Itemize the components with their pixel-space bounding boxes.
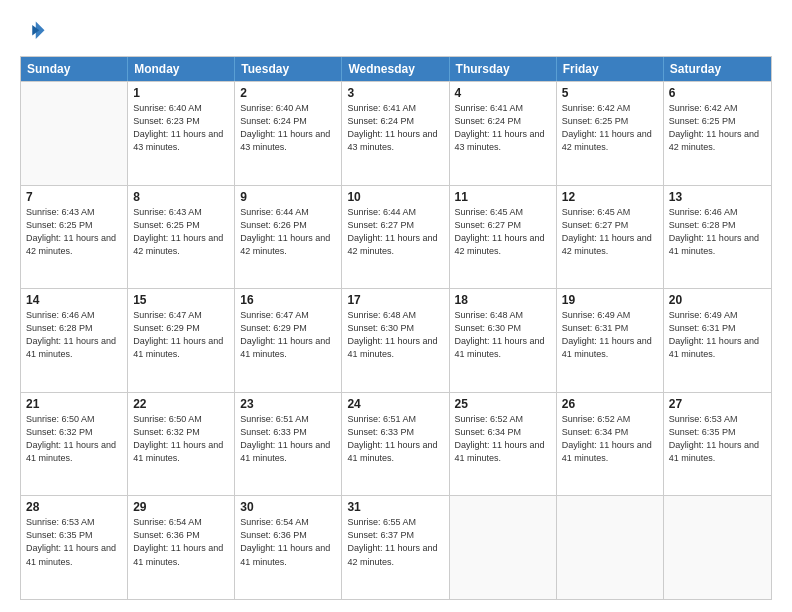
sun-info: Sunrise: 6:50 AMSunset: 6:32 PMDaylight:… [133,413,229,465]
day-number: 22 [133,397,229,411]
sun-info: Sunrise: 6:54 AMSunset: 6:36 PMDaylight:… [133,516,229,568]
day-number: 18 [455,293,551,307]
day-number: 1 [133,86,229,100]
calendar-cell: 9Sunrise: 6:44 AMSunset: 6:26 PMDaylight… [235,186,342,289]
weekday-header-sunday: Sunday [21,57,128,81]
sun-info: Sunrise: 6:49 AMSunset: 6:31 PMDaylight:… [562,309,658,361]
day-number: 15 [133,293,229,307]
logo-icon [20,18,48,46]
sun-info: Sunrise: 6:40 AMSunset: 6:24 PMDaylight:… [240,102,336,154]
calendar-row-5: 28Sunrise: 6:53 AMSunset: 6:35 PMDayligh… [21,495,771,599]
day-number: 17 [347,293,443,307]
day-number: 23 [240,397,336,411]
calendar-cell: 6Sunrise: 6:42 AMSunset: 6:25 PMDaylight… [664,82,771,185]
sun-info: Sunrise: 6:51 AMSunset: 6:33 PMDaylight:… [240,413,336,465]
weekday-header-monday: Monday [128,57,235,81]
calendar-cell: 19Sunrise: 6:49 AMSunset: 6:31 PMDayligh… [557,289,664,392]
sun-info: Sunrise: 6:46 AMSunset: 6:28 PMDaylight:… [669,206,766,258]
sun-info: Sunrise: 6:55 AMSunset: 6:37 PMDaylight:… [347,516,443,568]
sun-info: Sunrise: 6:44 AMSunset: 6:27 PMDaylight:… [347,206,443,258]
sun-info: Sunrise: 6:45 AMSunset: 6:27 PMDaylight:… [455,206,551,258]
calendar-cell: 10Sunrise: 6:44 AMSunset: 6:27 PMDayligh… [342,186,449,289]
day-number: 6 [669,86,766,100]
day-number: 14 [26,293,122,307]
calendar-cell: 29Sunrise: 6:54 AMSunset: 6:36 PMDayligh… [128,496,235,599]
sun-info: Sunrise: 6:42 AMSunset: 6:25 PMDaylight:… [562,102,658,154]
page: SundayMondayTuesdayWednesdayThursdayFrid… [0,0,792,612]
calendar-cell: 4Sunrise: 6:41 AMSunset: 6:24 PMDaylight… [450,82,557,185]
calendar-cell: 21Sunrise: 6:50 AMSunset: 6:32 PMDayligh… [21,393,128,496]
day-number: 30 [240,500,336,514]
calendar-cell: 22Sunrise: 6:50 AMSunset: 6:32 PMDayligh… [128,393,235,496]
sun-info: Sunrise: 6:53 AMSunset: 6:35 PMDaylight:… [669,413,766,465]
day-number: 13 [669,190,766,204]
calendar-row-4: 21Sunrise: 6:50 AMSunset: 6:32 PMDayligh… [21,392,771,496]
weekday-header-wednesday: Wednesday [342,57,449,81]
day-number: 2 [240,86,336,100]
calendar-cell: 1Sunrise: 6:40 AMSunset: 6:23 PMDaylight… [128,82,235,185]
day-number: 12 [562,190,658,204]
sun-info: Sunrise: 6:52 AMSunset: 6:34 PMDaylight:… [455,413,551,465]
day-number: 19 [562,293,658,307]
day-number: 16 [240,293,336,307]
calendar-header: SundayMondayTuesdayWednesdayThursdayFrid… [21,57,771,81]
calendar-cell: 28Sunrise: 6:53 AMSunset: 6:35 PMDayligh… [21,496,128,599]
calendar-cell: 20Sunrise: 6:49 AMSunset: 6:31 PMDayligh… [664,289,771,392]
calendar-body: 1Sunrise: 6:40 AMSunset: 6:23 PMDaylight… [21,81,771,599]
calendar-cell: 2Sunrise: 6:40 AMSunset: 6:24 PMDaylight… [235,82,342,185]
day-number: 25 [455,397,551,411]
calendar-cell: 17Sunrise: 6:48 AMSunset: 6:30 PMDayligh… [342,289,449,392]
calendar-cell: 13Sunrise: 6:46 AMSunset: 6:28 PMDayligh… [664,186,771,289]
calendar: SundayMondayTuesdayWednesdayThursdayFrid… [20,56,772,600]
header [20,18,772,46]
sun-info: Sunrise: 6:47 AMSunset: 6:29 PMDaylight:… [133,309,229,361]
sun-info: Sunrise: 6:47 AMSunset: 6:29 PMDaylight:… [240,309,336,361]
day-number: 7 [26,190,122,204]
sun-info: Sunrise: 6:49 AMSunset: 6:31 PMDaylight:… [669,309,766,361]
weekday-header-saturday: Saturday [664,57,771,81]
calendar-cell: 26Sunrise: 6:52 AMSunset: 6:34 PMDayligh… [557,393,664,496]
sun-info: Sunrise: 6:41 AMSunset: 6:24 PMDaylight:… [347,102,443,154]
calendar-cell: 14Sunrise: 6:46 AMSunset: 6:28 PMDayligh… [21,289,128,392]
sun-info: Sunrise: 6:48 AMSunset: 6:30 PMDaylight:… [455,309,551,361]
sun-info: Sunrise: 6:45 AMSunset: 6:27 PMDaylight:… [562,206,658,258]
day-number: 8 [133,190,229,204]
calendar-cell: 15Sunrise: 6:47 AMSunset: 6:29 PMDayligh… [128,289,235,392]
calendar-cell: 8Sunrise: 6:43 AMSunset: 6:25 PMDaylight… [128,186,235,289]
calendar-cell: 18Sunrise: 6:48 AMSunset: 6:30 PMDayligh… [450,289,557,392]
sun-info: Sunrise: 6:41 AMSunset: 6:24 PMDaylight:… [455,102,551,154]
calendar-cell: 31Sunrise: 6:55 AMSunset: 6:37 PMDayligh… [342,496,449,599]
calendar-cell [450,496,557,599]
calendar-cell [557,496,664,599]
calendar-row-2: 7Sunrise: 6:43 AMSunset: 6:25 PMDaylight… [21,185,771,289]
day-number: 28 [26,500,122,514]
calendar-cell: 16Sunrise: 6:47 AMSunset: 6:29 PMDayligh… [235,289,342,392]
sun-info: Sunrise: 6:46 AMSunset: 6:28 PMDaylight:… [26,309,122,361]
calendar-cell: 11Sunrise: 6:45 AMSunset: 6:27 PMDayligh… [450,186,557,289]
calendar-cell [21,82,128,185]
day-number: 3 [347,86,443,100]
day-number: 9 [240,190,336,204]
sun-info: Sunrise: 6:48 AMSunset: 6:30 PMDaylight:… [347,309,443,361]
day-number: 20 [669,293,766,307]
day-number: 29 [133,500,229,514]
calendar-cell: 30Sunrise: 6:54 AMSunset: 6:36 PMDayligh… [235,496,342,599]
sun-info: Sunrise: 6:53 AMSunset: 6:35 PMDaylight:… [26,516,122,568]
logo [20,18,52,46]
weekday-header-tuesday: Tuesday [235,57,342,81]
sun-info: Sunrise: 6:43 AMSunset: 6:25 PMDaylight:… [133,206,229,258]
calendar-cell: 5Sunrise: 6:42 AMSunset: 6:25 PMDaylight… [557,82,664,185]
weekday-header-friday: Friday [557,57,664,81]
sun-info: Sunrise: 6:42 AMSunset: 6:25 PMDaylight:… [669,102,766,154]
calendar-cell: 3Sunrise: 6:41 AMSunset: 6:24 PMDaylight… [342,82,449,185]
day-number: 10 [347,190,443,204]
calendar-cell: 24Sunrise: 6:51 AMSunset: 6:33 PMDayligh… [342,393,449,496]
sun-info: Sunrise: 6:43 AMSunset: 6:25 PMDaylight:… [26,206,122,258]
day-number: 11 [455,190,551,204]
sun-info: Sunrise: 6:50 AMSunset: 6:32 PMDaylight:… [26,413,122,465]
day-number: 27 [669,397,766,411]
sun-info: Sunrise: 6:40 AMSunset: 6:23 PMDaylight:… [133,102,229,154]
day-number: 24 [347,397,443,411]
day-number: 5 [562,86,658,100]
day-number: 4 [455,86,551,100]
